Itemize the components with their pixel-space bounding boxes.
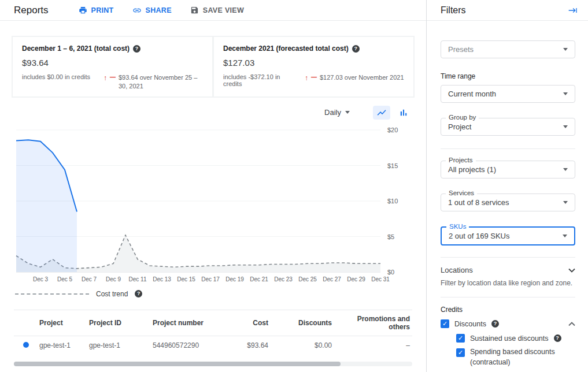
sustained-discounts-row: ✓ Sustained use discounts ? (456, 334, 575, 343)
sustained-discounts-label: Sustained use discounts (470, 334, 549, 343)
group-by-value: Project (448, 122, 563, 131)
cost-breakdown-table: Project Project ID Project number Cost D… (14, 310, 412, 355)
group-by-select[interactable]: Group by Project (441, 118, 575, 136)
total-cost-comparison: $93.64 over November 25 – 30, 2021 (119, 73, 203, 91)
save-view-label: SAVE VIEW (203, 6, 244, 14)
services-select[interactable]: Services 1 out of 8 services (441, 194, 575, 211)
skus-select[interactable]: SKUs 2 out of 169 SKUs (441, 226, 575, 245)
svg-text:Dec 15: Dec 15 (177, 276, 195, 282)
print-label: PRINT (91, 6, 114, 14)
cost-chart[interactable]: $0$5$10$15$20Dec 3Dec 5Dec 7Dec 9Dec 11D… (14, 123, 419, 285)
dropdown-arrow-icon (563, 125, 568, 128)
skus-value: 2 out of 169 SKUs (449, 232, 563, 240)
trend-flat-icon: — (110, 73, 116, 91)
svg-text:Dec 25: Dec 25 (298, 276, 317, 282)
chevron-down-icon (568, 268, 575, 273)
spending-discounts-checkbox[interactable]: ✓ (456, 348, 465, 357)
col-discounts: Discounts (271, 310, 334, 336)
time-range-value: Current month (448, 90, 563, 98)
cell-promotions: – (334, 336, 412, 355)
total-cost-amount: $93.64 (22, 58, 203, 68)
table-row[interactable]: gpe-test-1 gpe-test-1 544960572290 $93.6… (14, 336, 412, 355)
spending-discounts-row: ✓ Spending based discounts (contractual) (456, 347, 575, 367)
collapse-panel-button[interactable] (567, 5, 579, 16)
col-project-id: Project ID (87, 310, 150, 336)
svg-text:Dec 7: Dec 7 (82, 276, 97, 282)
svg-text:Dec 29: Dec 29 (347, 276, 365, 282)
forecast-credits-note: includes -$372.10 in credits (223, 73, 305, 87)
check-icon: ✓ (458, 335, 463, 341)
save-icon (190, 6, 199, 14)
help-icon[interactable]: ? (491, 320, 499, 328)
forecast-cost-card: December 2021 (forecasted total cost) ? … (214, 37, 413, 96)
svg-text:$20: $20 (387, 127, 398, 133)
bar-chart-icon (398, 107, 409, 118)
svg-text:Dec 13: Dec 13 (153, 276, 171, 282)
col-cost: Cost (224, 310, 271, 336)
dropdown-arrow-icon (563, 235, 567, 237)
locations-section-toggle[interactable]: Locations (441, 266, 575, 274)
series-color-dot (23, 342, 29, 348)
svg-text:$10: $10 (387, 198, 398, 204)
filters-body: Presets Time range Current month Group b… (427, 40, 588, 372)
divider (441, 257, 575, 258)
divider (441, 297, 575, 297)
help-icon[interactable]: ? (133, 45, 140, 53)
topbar: Reports PRINT SHARE SAVE VIEW (0, 0, 426, 21)
print-button[interactable]: PRINT (79, 6, 114, 14)
svg-text:Dec 23: Dec 23 (274, 276, 293, 282)
discounts-filter-row: ✓ Discounts ? (441, 319, 575, 328)
divider (441, 148, 575, 149)
forecast-amount: $127.03 (223, 58, 404, 68)
svg-text:$15: $15 (387, 162, 398, 169)
group-by-label: Group by (446, 114, 479, 121)
locations-description: Filter by location data like region and … (441, 278, 575, 288)
cell-project-number: 544960572290 (150, 336, 224, 355)
cost-trend-dash-sample (15, 293, 89, 295)
dropdown-arrow-icon (345, 111, 350, 114)
presets-select[interactable]: Presets (441, 40, 575, 58)
summary-cards-panel: December 1 – 6, 2021 (total cost) ? $93.… (12, 36, 415, 98)
trend-up-icon: ↑ (305, 73, 308, 87)
bar-chart-toggle-button[interactable] (395, 106, 412, 120)
projects-value: All projects (1) (448, 165, 563, 174)
filters-title: Filters (441, 5, 466, 16)
interval-dropdown[interactable]: Daily (324, 108, 350, 117)
line-chart-toggle-button[interactable] (373, 106, 390, 120)
sustained-discounts-checkbox[interactable]: ✓ (456, 334, 465, 343)
trend-flat-icon: — (311, 73, 317, 87)
help-icon[interactable]: ? (554, 334, 561, 342)
svg-text:Dec 19: Dec 19 (225, 276, 244, 282)
svg-text:Dec 9: Dec 9 (106, 276, 121, 282)
services-value: 1 out of 8 services (448, 198, 563, 207)
page-title: Reports (14, 5, 49, 16)
total-cost-credits-note: includes $0.00 in credits (22, 73, 103, 91)
svg-text:Dec 27: Dec 27 (323, 276, 341, 282)
svg-text:Dec 3: Dec 3 (33, 276, 49, 282)
discounts-checkbox[interactable]: ✓ (441, 319, 449, 328)
discounts-label: Discounts (454, 320, 486, 328)
interval-value: Daily (324, 108, 341, 117)
share-label: SHARE (146, 6, 172, 14)
dropdown-arrow-icon (563, 168, 568, 171)
total-cost-card-title: December 1 – 6, 2021 (total cost) (22, 44, 130, 53)
svg-text:Dec 21: Dec 21 (250, 276, 268, 282)
share-button[interactable]: SHARE (132, 6, 172, 15)
time-range-select[interactable]: Current month (441, 85, 575, 103)
collapse-right-icon (568, 6, 578, 15)
presets-placeholder: Presets (448, 45, 563, 54)
horizontal-scrollbar (14, 362, 412, 366)
chart-legend: Cost trend ? (15, 290, 426, 298)
col-project: Project (37, 310, 87, 336)
help-icon[interactable]: ? (352, 45, 360, 53)
chevron-up-icon[interactable] (568, 322, 575, 326)
col-promotions: Promotions and others (334, 310, 412, 336)
color-column-header (14, 310, 37, 336)
scrollbar-thumb[interactable] (14, 362, 341, 366)
save-view-button[interactable]: SAVE VIEW (190, 6, 244, 14)
link-icon (132, 6, 142, 15)
locations-label: Locations (441, 266, 473, 274)
projects-select[interactable]: Projects All projects (1) (441, 161, 575, 178)
cost-trend-legend-label: Cost trend (96, 290, 128, 298)
help-icon[interactable]: ? (135, 290, 142, 297)
